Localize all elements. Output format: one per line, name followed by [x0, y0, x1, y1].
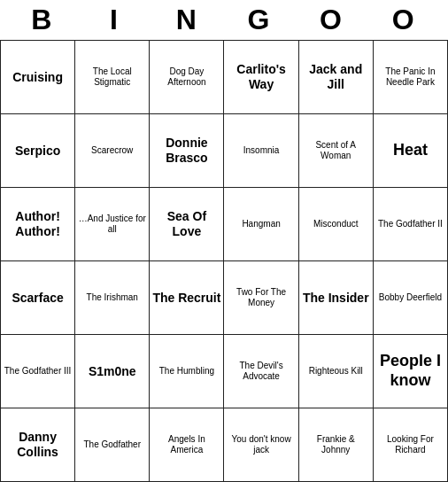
table-row: …And Justice for all	[75, 188, 150, 261]
table-row: Scent of A Woman	[299, 114, 374, 188]
table-row: Looking For Richard	[374, 408, 448, 482]
table-row: Two For The Money	[224, 261, 298, 335]
title-o1: O	[297, 4, 369, 36]
table-row: Dog Day Afternoon	[150, 41, 224, 114]
table-row: Jack and Jill	[299, 41, 374, 114]
table-row: The Humbling	[150, 335, 224, 408]
table-row: Author! Author!	[1, 188, 75, 261]
table-row: Scarface	[1, 261, 75, 335]
table-row: Bobby Deerfield	[374, 261, 448, 335]
table-row: Carlito's Way	[224, 41, 298, 114]
table-row: The Insider	[299, 261, 374, 335]
table-row: The Godfather III	[1, 335, 75, 408]
title-g: G	[224, 4, 297, 36]
table-row: S1m0ne	[75, 335, 150, 408]
table-row: Sea Of Love	[150, 188, 224, 261]
table-row: People I know	[374, 335, 448, 408]
table-row: The Godfather	[75, 408, 150, 482]
table-row: The Devil's Advocate	[224, 335, 298, 408]
table-row: Insomnia	[224, 114, 298, 188]
bingo-title: B I N G O O	[0, 0, 448, 40]
table-row: Donnie Brasco	[150, 114, 224, 188]
table-row: Scarecrow	[75, 114, 150, 188]
title-o2: O	[368, 4, 441, 36]
table-row: The Panic In Needle Park	[374, 41, 448, 114]
table-row: Serpico	[1, 114, 75, 188]
title-b: B	[7, 4, 80, 36]
table-row: Hangman	[224, 188, 298, 261]
table-row: Misconduct	[299, 188, 374, 261]
table-row: Cruising	[1, 41, 75, 114]
table-row: The Godfather II	[374, 188, 448, 261]
title-i: I	[80, 4, 152, 36]
table-row: The Local Stigmatic	[75, 41, 150, 114]
table-row: Righteous Kill	[299, 335, 374, 408]
table-row: Frankie & Johnny	[299, 408, 374, 482]
table-row: Danny Collins	[1, 408, 75, 482]
table-row: The Recruit	[150, 261, 224, 335]
table-row: You don't know jack	[224, 408, 298, 482]
table-row: Heat	[374, 114, 448, 188]
bingo-grid: CruisingThe Local StigmaticDog Day After…	[0, 40, 448, 482]
table-row: Angels In America	[150, 408, 224, 482]
title-n: N	[151, 4, 224, 36]
table-row: The Irishman	[75, 261, 150, 335]
